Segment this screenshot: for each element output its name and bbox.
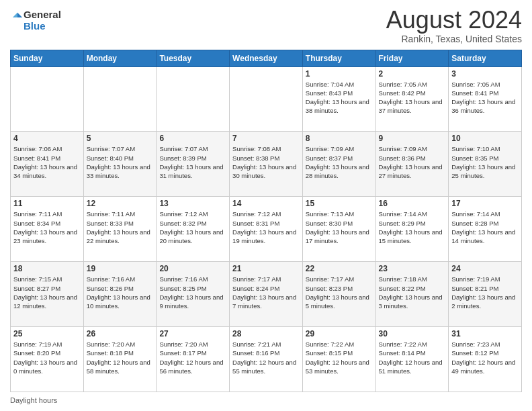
day-info: Sunrise: 7:09 AM Sunset: 8:37 PM Dayligh… xyxy=(306,144,373,180)
day-info: Sunrise: 7:07 AM Sunset: 8:40 PM Dayligh… xyxy=(87,144,154,180)
day-number: 13 xyxy=(159,199,226,208)
day-info: Sunrise: 7:16 AM Sunset: 8:25 PM Dayligh… xyxy=(159,275,226,310)
day-number: 3 xyxy=(451,69,519,79)
table-row: 13Sunrise: 7:12 AM Sunset: 8:32 PM Dayli… xyxy=(157,197,230,262)
svg-marker-1 xyxy=(13,12,17,17)
day-number: 7 xyxy=(232,134,300,143)
day-number: 9 xyxy=(379,134,446,143)
table-row: 29Sunrise: 7:22 AM Sunset: 8:15 PM Dayli… xyxy=(302,327,375,392)
day-info: Sunrise: 7:05 AM Sunset: 8:41 PM Dayligh… xyxy=(451,80,519,116)
location: Rankin, Texas, United States xyxy=(386,34,522,44)
day-number: 25 xyxy=(13,329,81,338)
col-saturday: Saturday xyxy=(449,50,522,66)
day-info: Sunrise: 7:11 AM Sunset: 8:33 PM Dayligh… xyxy=(87,210,154,245)
day-number: 17 xyxy=(451,199,519,208)
day-info: Sunrise: 7:19 AM Sunset: 8:21 PM Dayligh… xyxy=(451,275,519,310)
calendar-header-row: Sunday Monday Tuesday Wednesday Thursday… xyxy=(11,50,522,66)
day-info: Sunrise: 7:12 AM Sunset: 8:32 PM Dayligh… xyxy=(159,210,226,245)
day-info: Sunrise: 7:16 AM Sunset: 8:26 PM Dayligh… xyxy=(87,275,154,310)
table-row: 11Sunrise: 7:11 AM Sunset: 8:34 PM Dayli… xyxy=(11,197,84,262)
day-number: 30 xyxy=(379,329,446,338)
day-number: 11 xyxy=(13,199,81,208)
day-number: 12 xyxy=(87,199,154,208)
day-number: 15 xyxy=(306,199,373,208)
col-sunday: Sunday xyxy=(11,50,84,66)
table-row: 12Sunrise: 7:11 AM Sunset: 8:33 PM Dayli… xyxy=(83,197,157,262)
table-row: 23Sunrise: 7:18 AM Sunset: 8:22 PM Dayli… xyxy=(375,262,449,327)
day-number: 20 xyxy=(159,264,226,273)
table-row: 18Sunrise: 7:15 AM Sunset: 8:27 PM Dayli… xyxy=(11,262,84,327)
title-block: August 2024 Rankin, Texas, United States xyxy=(386,7,522,44)
table-row: 28Sunrise: 7:21 AM Sunset: 8:16 PM Dayli… xyxy=(230,327,303,392)
day-number: 27 xyxy=(159,329,226,338)
calendar-week-1: 1Sunrise: 7:04 AM Sunset: 8:43 PM Daylig… xyxy=(11,66,522,132)
table-row: 21Sunrise: 7:17 AM Sunset: 8:24 PM Dayli… xyxy=(230,262,303,327)
daylight-label: Daylight hours xyxy=(10,396,57,404)
day-info: Sunrise: 7:14 AM Sunset: 8:29 PM Dayligh… xyxy=(379,210,446,245)
day-info: Sunrise: 7:08 AM Sunset: 8:38 PM Dayligh… xyxy=(232,144,300,180)
table-row: 4Sunrise: 7:06 AM Sunset: 8:41 PM Daylig… xyxy=(11,132,84,197)
logo-icon xyxy=(11,11,24,24)
day-info: Sunrise: 7:04 AM Sunset: 8:43 PM Dayligh… xyxy=(306,80,373,116)
day-info: Sunrise: 7:17 AM Sunset: 8:24 PM Dayligh… xyxy=(232,275,300,310)
col-tuesday: Tuesday xyxy=(157,50,230,66)
table-row: 20Sunrise: 7:16 AM Sunset: 8:25 PM Dayli… xyxy=(157,262,230,327)
day-number: 29 xyxy=(306,329,373,338)
table-row: 15Sunrise: 7:13 AM Sunset: 8:30 PM Dayli… xyxy=(302,197,375,262)
logo-general: General xyxy=(24,9,61,21)
table-row: 19Sunrise: 7:16 AM Sunset: 8:26 PM Dayli… xyxy=(83,262,157,327)
day-info: Sunrise: 7:22 AM Sunset: 8:15 PM Dayligh… xyxy=(306,340,373,375)
day-number: 4 xyxy=(13,134,81,143)
logo-blue: Blue xyxy=(24,21,61,32)
col-friday: Friday xyxy=(375,50,449,66)
table-row: 3Sunrise: 7:05 AM Sunset: 8:41 PM Daylig… xyxy=(449,66,522,132)
calendar-week-3: 11Sunrise: 7:11 AM Sunset: 8:34 PM Dayli… xyxy=(11,197,522,262)
day-info: Sunrise: 7:22 AM Sunset: 8:14 PM Dayligh… xyxy=(379,340,446,375)
table-row: 2Sunrise: 7:05 AM Sunset: 8:42 PM Daylig… xyxy=(375,66,449,132)
day-number: 22 xyxy=(306,264,373,273)
page: General Blue August 2024 Rankin, Texas, … xyxy=(0,0,532,411)
day-number: 10 xyxy=(451,134,519,143)
table-row: 27Sunrise: 7:20 AM Sunset: 8:17 PM Dayli… xyxy=(157,327,230,392)
table-row: 7Sunrise: 7:08 AM Sunset: 8:38 PM Daylig… xyxy=(230,132,303,197)
calendar-week-5: 25Sunrise: 7:19 AM Sunset: 8:20 PM Dayli… xyxy=(11,327,522,392)
day-number: 1 xyxy=(306,69,373,79)
day-info: Sunrise: 7:12 AM Sunset: 8:31 PM Dayligh… xyxy=(232,210,300,245)
day-info: Sunrise: 7:21 AM Sunset: 8:16 PM Dayligh… xyxy=(232,340,300,375)
day-number: 16 xyxy=(379,199,446,208)
table-row: 30Sunrise: 7:22 AM Sunset: 8:14 PM Dayli… xyxy=(375,327,449,392)
day-number: 23 xyxy=(379,264,446,273)
day-number: 8 xyxy=(306,134,373,143)
calendar-week-4: 18Sunrise: 7:15 AM Sunset: 8:27 PM Dayli… xyxy=(11,262,522,327)
day-info: Sunrise: 7:06 AM Sunset: 8:41 PM Dayligh… xyxy=(13,144,81,180)
table-row xyxy=(83,66,157,132)
day-number: 21 xyxy=(232,264,300,273)
header: General Blue August 2024 Rankin, Texas, … xyxy=(10,7,522,44)
day-info: Sunrise: 7:15 AM Sunset: 8:27 PM Dayligh… xyxy=(13,275,81,310)
logo: General Blue xyxy=(10,9,61,32)
table-row: 1Sunrise: 7:04 AM Sunset: 8:43 PM Daylig… xyxy=(302,66,375,132)
month-title: August 2024 xyxy=(386,7,522,34)
table-row: 16Sunrise: 7:14 AM Sunset: 8:29 PM Dayli… xyxy=(375,197,449,262)
footer: Daylight hours xyxy=(10,396,522,404)
day-info: Sunrise: 7:17 AM Sunset: 8:23 PM Dayligh… xyxy=(306,275,373,310)
day-info: Sunrise: 7:14 AM Sunset: 8:28 PM Dayligh… xyxy=(451,210,519,245)
day-info: Sunrise: 7:07 AM Sunset: 8:39 PM Dayligh… xyxy=(159,144,226,180)
day-number: 26 xyxy=(87,329,154,338)
day-number: 31 xyxy=(451,329,519,338)
table-row: 14Sunrise: 7:12 AM Sunset: 8:31 PM Dayli… xyxy=(230,197,303,262)
day-info: Sunrise: 7:10 AM Sunset: 8:35 PM Dayligh… xyxy=(451,144,519,180)
svg-marker-0 xyxy=(17,12,22,17)
table-row: 31Sunrise: 7:23 AM Sunset: 8:12 PM Dayli… xyxy=(449,327,522,392)
day-info: Sunrise: 7:20 AM Sunset: 8:17 PM Dayligh… xyxy=(159,340,226,375)
table-row: 5Sunrise: 7:07 AM Sunset: 8:40 PM Daylig… xyxy=(83,132,157,197)
day-info: Sunrise: 7:23 AM Sunset: 8:12 PM Dayligh… xyxy=(451,340,519,375)
col-thursday: Thursday xyxy=(302,50,375,66)
day-info: Sunrise: 7:20 AM Sunset: 8:18 PM Dayligh… xyxy=(87,340,154,375)
day-number: 24 xyxy=(451,264,519,273)
table-row: 22Sunrise: 7:17 AM Sunset: 8:23 PM Dayli… xyxy=(302,262,375,327)
table-row: 17Sunrise: 7:14 AM Sunset: 8:28 PM Dayli… xyxy=(449,197,522,262)
col-wednesday: Wednesday xyxy=(230,50,303,66)
table-row xyxy=(230,66,303,132)
table-row: 9Sunrise: 7:09 AM Sunset: 8:36 PM Daylig… xyxy=(375,132,449,197)
